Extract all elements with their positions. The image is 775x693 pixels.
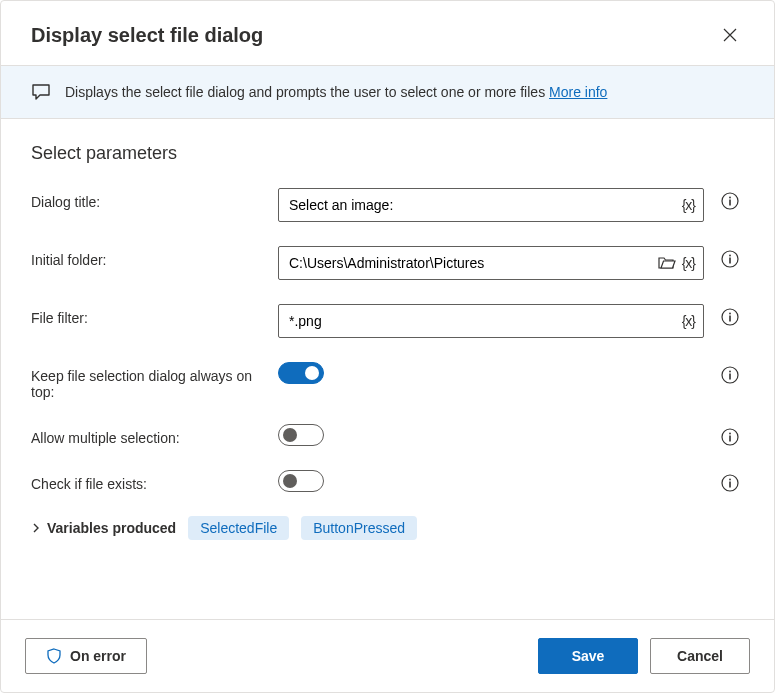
svg-rect-8 <box>729 316 731 322</box>
variable-pill[interactable]: SelectedFile <box>188 516 289 540</box>
svg-point-16 <box>729 479 731 481</box>
svg-point-7 <box>729 313 731 315</box>
dialog: Display select file dialog Displays the … <box>0 0 775 693</box>
close-button[interactable] <box>716 21 744 49</box>
toggle-thumb <box>305 366 319 380</box>
info-icon[interactable] <box>721 250 739 268</box>
param-row-always-on-top: Keep file selection dialog always on top… <box>31 362 744 400</box>
svg-point-10 <box>729 371 731 373</box>
file-filter-input[interactable] <box>287 312 676 330</box>
svg-point-4 <box>729 255 731 257</box>
toggle-check-exists[interactable] <box>278 470 324 492</box>
section-title: Select parameters <box>31 143 744 164</box>
variables-row: Variables produced SelectedFile ButtonPr… <box>31 516 744 540</box>
dialog-footer: On error Save Cancel <box>1 619 774 692</box>
input-wrap-initial-folder: {x} <box>278 246 704 280</box>
label-check-exists: Check if file exists: <box>31 470 266 492</box>
variables-toggle[interactable]: Variables produced <box>31 520 176 536</box>
toggle-thumb <box>283 428 297 442</box>
svg-rect-5 <box>729 258 731 264</box>
svg-rect-17 <box>729 482 731 488</box>
more-info-link[interactable]: More info <box>549 84 607 100</box>
info-icon[interactable] <box>721 192 739 210</box>
param-row-check-exists: Check if file exists: <box>31 470 744 492</box>
svg-point-13 <box>729 433 731 435</box>
banner-text: Displays the select file dialog and prom… <box>65 84 607 100</box>
dialog-title-input[interactable] <box>287 196 676 214</box>
input-wrap-file-filter: {x} <box>278 304 704 338</box>
content: Select parameters Dialog title: {x} Init… <box>1 119 774 619</box>
on-error-label: On error <box>70 648 126 664</box>
param-row-initial-folder: Initial folder: {x} <box>31 246 744 280</box>
variable-pill[interactable]: ButtonPressed <box>301 516 417 540</box>
info-banner: Displays the select file dialog and prom… <box>1 65 774 119</box>
shield-icon <box>46 648 62 664</box>
label-file-filter: File filter: <box>31 304 266 326</box>
footer-right: Save Cancel <box>538 638 750 674</box>
chevron-right-icon <box>31 523 41 533</box>
info-icon[interactable] <box>721 474 739 492</box>
info-icon[interactable] <box>721 366 739 384</box>
svg-rect-14 <box>729 436 731 442</box>
save-label: Save <box>572 648 605 664</box>
on-error-button[interactable]: On error <box>25 638 147 674</box>
param-row-allow-multiple: Allow multiple selection: <box>31 424 744 446</box>
dialog-header: Display select file dialog <box>1 1 774 65</box>
label-dialog-title: Dialog title: <box>31 188 266 210</box>
input-wrap-dialog-title: {x} <box>278 188 704 222</box>
label-initial-folder: Initial folder: <box>31 246 266 268</box>
label-always-on-top: Keep file selection dialog always on top… <box>31 362 266 400</box>
info-icon[interactable] <box>721 308 739 326</box>
comment-icon <box>31 82 51 102</box>
folder-browse-icon[interactable] <box>658 255 676 271</box>
cancel-button[interactable]: Cancel <box>650 638 750 674</box>
cancel-label: Cancel <box>677 648 723 664</box>
variable-icon[interactable]: {x} <box>682 255 695 271</box>
label-allow-multiple: Allow multiple selection: <box>31 424 266 446</box>
save-button[interactable]: Save <box>538 638 638 674</box>
param-row-file-filter: File filter: {x} <box>31 304 744 338</box>
svg-rect-11 <box>729 374 731 380</box>
info-icon[interactable] <box>721 428 739 446</box>
toggle-always-on-top[interactable] <box>278 362 324 384</box>
dialog-title: Display select file dialog <box>31 24 263 47</box>
initial-folder-input[interactable] <box>287 254 652 272</box>
svg-rect-2 <box>729 200 731 206</box>
svg-point-1 <box>729 197 731 199</box>
variable-icon[interactable]: {x} <box>682 197 695 213</box>
toggle-thumb <box>283 474 297 488</box>
variables-label: Variables produced <box>47 520 176 536</box>
banner-text-content: Displays the select file dialog and prom… <box>65 84 549 100</box>
variable-icon[interactable]: {x} <box>682 313 695 329</box>
close-icon <box>722 27 738 43</box>
toggle-allow-multiple[interactable] <box>278 424 324 446</box>
param-row-dialog-title: Dialog title: {x} <box>31 188 744 222</box>
